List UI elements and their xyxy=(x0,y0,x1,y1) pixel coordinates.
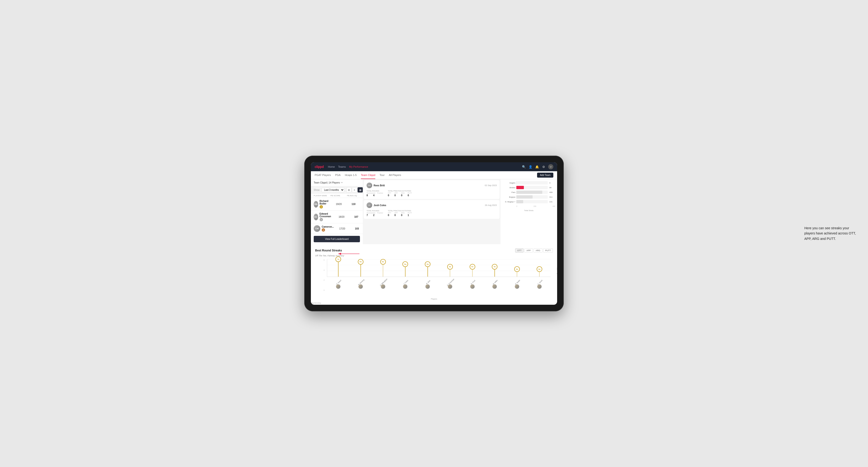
bar-value: 311 xyxy=(549,196,555,198)
show-label: Show xyxy=(314,189,319,191)
nav-my-performance[interactable]: My Performance xyxy=(349,165,368,168)
period-select[interactable]: Last 3 months xyxy=(321,188,344,192)
streaks-subtitle: Off The Tee, Fairway Accuracy xyxy=(315,254,553,257)
bar-value: 3 xyxy=(549,182,555,184)
nav-right: 🔍 👤 🔔 ⚙ U xyxy=(522,164,553,169)
ott-value: 0 xyxy=(388,194,393,197)
stat-sub-practice: Practice xyxy=(377,192,383,194)
filter-putt-button[interactable]: PUTT xyxy=(543,248,553,253)
nav-teams[interactable]: Teams xyxy=(338,165,346,168)
player-avatar-bottom xyxy=(403,284,408,289)
nav-links: Home Teams My Performance xyxy=(328,165,368,168)
stat-label: Total Rounds xyxy=(367,190,383,192)
stat-label: Total Practice Activities xyxy=(388,190,412,192)
grid-view-icon[interactable]: ⊞ xyxy=(346,187,351,192)
user-icon[interactable]: 👤 xyxy=(528,165,533,169)
stat-sub-app: APP xyxy=(394,192,399,194)
filter-arg-button[interactable]: ARG xyxy=(533,248,542,253)
filter-bar: Show Last 3 months ⊞ ≡ ▦ ⋮ xyxy=(311,186,363,194)
player-avatar-bottom xyxy=(425,284,430,289)
sub-nav-hcaps[interactable]: Hcaps 1-5 xyxy=(345,171,356,179)
table-row[interactable]: RB Richard Butler 1 19/20 110 xyxy=(311,198,363,211)
dot-bubble: 6x xyxy=(358,259,364,264)
dot-column: 4xM. Miller xyxy=(484,259,506,277)
card-date: 02 Sep 2023 xyxy=(485,184,497,187)
tournament-value: 8 xyxy=(367,194,371,197)
bar-container xyxy=(516,195,548,198)
bar-value: 131 xyxy=(549,201,555,203)
player-info: EC Edward Crossman 2 xyxy=(314,213,333,221)
bell-icon[interactable]: 🔔 xyxy=(535,165,539,169)
bar-chart: Eagles 3 Birdies 96 Pars xyxy=(502,181,555,212)
y-axis-numbers: 0 2 4 6 xyxy=(323,259,324,291)
stat-sub-app: APP xyxy=(394,212,399,214)
stat-sub-tournament: Tournament xyxy=(367,192,375,194)
bar-fill xyxy=(516,195,533,198)
streaks-header: Best Round Streaks OTT APP ARG PUTT xyxy=(315,248,553,253)
rank-badge: 2 xyxy=(319,218,333,221)
edit-icon[interactable]: ✏ xyxy=(341,181,343,184)
app-value: 0 xyxy=(394,214,399,217)
player-avatar-bottom xyxy=(358,284,363,289)
sub-nav-team-clippd[interactable]: Team Clippd xyxy=(361,171,375,179)
table-row[interactable]: CM Cameron... 3 17/20 103 xyxy=(311,223,363,234)
filter-app-button[interactable]: APP xyxy=(524,248,533,253)
leaderboard-panel: Team Clippd | 14 Players ✏ Show Last 3 m… xyxy=(311,179,363,244)
player-avatar-bottom xyxy=(515,284,519,289)
stat-sub-putt: PUTT xyxy=(408,212,412,214)
settings-icon[interactable]: ⚙ xyxy=(541,165,546,169)
external-annotation: Here you can see streaks your players ha… xyxy=(804,225,856,241)
card-player-name: Rees Britt xyxy=(374,184,385,187)
list-view-icon[interactable]: ≡ xyxy=(352,187,357,192)
bar-row-birdies: Birdies 96 xyxy=(502,186,555,189)
nav-home[interactable]: Home xyxy=(328,165,335,168)
practice-value: 4 xyxy=(373,194,378,197)
bar-container xyxy=(516,186,548,189)
filter-ott-button[interactable]: OTT xyxy=(515,248,524,253)
stat-sub-tournament: Tournament xyxy=(367,212,375,214)
arg-value: 0 xyxy=(401,194,406,197)
col-pb-score: PB SCORE xyxy=(331,195,347,197)
sub-nav-pga[interactable]: PGA xyxy=(335,171,341,179)
bar-label: Bogeys xyxy=(502,196,516,198)
stat-sub-arg: ARG xyxy=(401,192,406,194)
bar-chart-panel: Eagles 3 Birdies 96 Pars xyxy=(500,179,557,244)
sub-navigation: PGAT Players PGA Hcaps 1-5 Team Clippd T… xyxy=(311,171,557,179)
table-row[interactable]: EC Edward Crossman 2 18/20 107 xyxy=(311,211,363,223)
view-leaderboard-button[interactable]: View Full Leaderboard xyxy=(314,236,360,242)
player-avatar-bottom xyxy=(470,284,475,289)
tablet-frame: clippd Home Teams My Performance 🔍 👤 🔔 ⚙… xyxy=(304,156,564,311)
bar-label: Eagles xyxy=(502,182,516,184)
card-view-icon[interactable]: ▦ xyxy=(358,187,363,192)
stat-sub-ott: OTT xyxy=(388,212,393,214)
stat-sub-ott: OTT xyxy=(388,192,393,194)
player-avatar-bottom xyxy=(537,284,542,289)
sub-nav-pgat-players[interactable]: PGAT Players xyxy=(315,171,331,179)
bar-row-eagles: Eagles 3 xyxy=(502,181,555,184)
search-icon[interactable]: 🔍 xyxy=(522,165,526,169)
player-card: JC Josh Coles 26 Aug 2023 Total Rounds T… xyxy=(364,200,500,219)
app-logo: clippd xyxy=(315,165,323,168)
dot-column: 5xJ. Coles xyxy=(394,259,416,277)
dot-bubble: 5x xyxy=(425,261,431,267)
streaks-filter-buttons: OTT APP ARG PUTT xyxy=(515,248,553,253)
dot-column: 4xD. Ford xyxy=(461,259,484,277)
bar-label: D. Bogeys + xyxy=(502,201,516,203)
rank-number: 1 xyxy=(319,205,323,209)
top-content-wrapper: Team Clippd | 14 Players ✏ Show Last 3 m… xyxy=(311,179,557,244)
plot-area: 7xE. Ewert6xB. McHerg6xD. Billingham5xJ.… xyxy=(327,259,551,277)
bar-fill xyxy=(516,191,542,194)
rank-badge: 3 xyxy=(322,228,334,231)
dot-bubble: 4x xyxy=(447,264,453,270)
sub-nav-tour[interactable]: Tour xyxy=(379,171,384,179)
player-name: Edward Crossman xyxy=(319,213,333,218)
tournament-value: 7 xyxy=(367,214,371,217)
sub-nav-all-players[interactable]: All Players xyxy=(389,171,401,179)
x-axis-label: Players xyxy=(431,298,437,300)
add-team-button[interactable]: Add Team xyxy=(537,173,553,178)
bar-fill xyxy=(516,200,523,203)
pb-score: 17/20 xyxy=(334,227,350,230)
dot-column: 5xR. Britt xyxy=(416,259,439,277)
user-avatar[interactable]: U xyxy=(548,164,553,169)
bar-container xyxy=(516,200,548,203)
